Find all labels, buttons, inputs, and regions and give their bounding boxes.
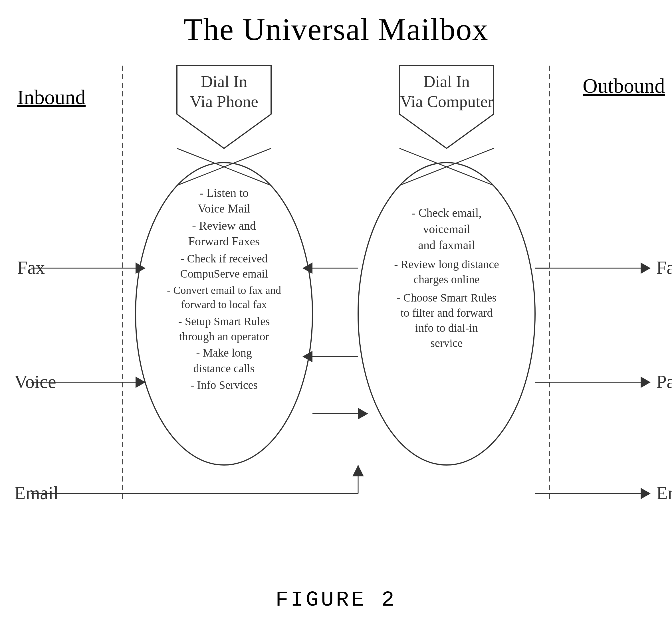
svg-text:Pager: Pager — [656, 371, 672, 392]
svg-text:Email: Email — [14, 483, 59, 503]
svg-text:- Make long: - Make long — [196, 346, 252, 359]
svg-text:- Review and: - Review and — [192, 219, 256, 232]
svg-text:Voice: Voice — [14, 371, 56, 392]
svg-marker-57 — [641, 376, 651, 388]
svg-text:Fax: Fax — [656, 257, 672, 278]
svg-marker-60 — [641, 488, 651, 499]
svg-text:Via Computer: Via Computer — [400, 92, 493, 111]
svg-marker-52 — [358, 408, 368, 419]
svg-text:forward to local fax: forward to local fax — [181, 299, 267, 310]
svg-text:voicemail: voicemail — [423, 222, 470, 236]
svg-marker-54 — [641, 262, 651, 274]
svg-text:Voice Mail: Voice Mail — [198, 202, 251, 215]
svg-text:- Convert email to fax and: - Convert email to fax and — [167, 284, 281, 296]
svg-text:Fax: Fax — [17, 257, 45, 278]
outbound-label: Outbound — [583, 74, 665, 98]
svg-text:service: service — [430, 336, 462, 349]
svg-text:distance calls: distance calls — [193, 362, 255, 375]
svg-text:Dial In: Dial In — [201, 72, 247, 91]
svg-text:and faxmail: and faxmail — [418, 239, 475, 251]
page: The Universal Mailbox Dial In Via Phone … — [0, 0, 672, 635]
svg-text:- Listen to: - Listen to — [199, 186, 249, 199]
svg-text:info to dial-in: info to dial-in — [415, 322, 478, 334]
svg-text:Via Phone: Via Phone — [190, 92, 258, 111]
svg-text:- Choose Smart Rules: - Choose Smart Rules — [397, 291, 497, 304]
inbound-label: Inbound — [17, 86, 86, 109]
svg-text:CompuServe email: CompuServe email — [180, 267, 268, 280]
svg-text:to filter and forward: to filter and forward — [400, 306, 493, 319]
svg-text:- Review long distance: - Review long distance — [394, 258, 499, 271]
svg-text:- Check email,: - Check email, — [411, 206, 482, 219]
svg-text:- Info Services: - Info Services — [190, 378, 257, 391]
svg-text:charges online: charges online — [413, 273, 479, 286]
page-title: The Universal Mailbox — [0, 12, 672, 48]
svg-text:- Setup Smart Rules: - Setup Smart Rules — [178, 315, 270, 328]
svg-text:Forward Faxes: Forward Faxes — [188, 235, 260, 248]
figure-caption: FIGURE 2 — [0, 588, 672, 612]
svg-text:through an operator: through an operator — [179, 330, 269, 343]
svg-text:Dial In: Dial In — [424, 72, 470, 91]
diagram-svg: Dial In Via Phone Dial In Via Computer -… — [0, 57, 672, 556]
svg-text:- Check if received: - Check if received — [180, 252, 267, 265]
svg-marker-46 — [352, 465, 364, 476]
svg-text:Email: Email — [656, 483, 672, 503]
